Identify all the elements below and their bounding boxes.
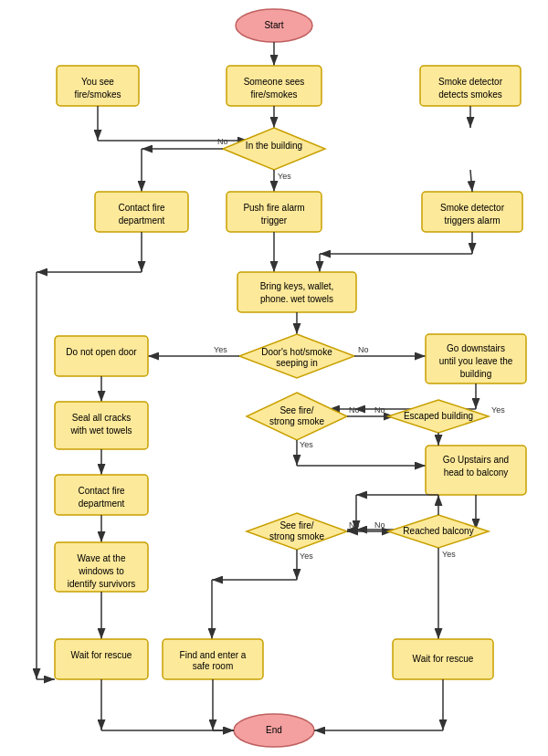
push-alarm-label: Push fire alarm: [243, 203, 304, 213]
contact-fire-dept2-label2: department: [79, 499, 125, 509]
smoke-triggers-label: Smoke detector: [440, 203, 505, 213]
smoke-triggers-label2: triggers alarm: [444, 215, 500, 226]
smoke-detector-label: Smoke detector: [438, 77, 503, 87]
you-see-label2: fire/smokes: [74, 89, 121, 100]
contact-fire-dept2-label: Contact fire: [78, 486, 125, 496]
no-label-left: No: [217, 137, 228, 146]
find-safe-room-label: Find and enter a: [180, 650, 247, 660]
yes-reached-label: Yes: [442, 550, 456, 559]
in-building-label: In the building: [246, 141, 302, 151]
yes-label-below: Yes: [278, 172, 291, 181]
someone-sees-label: Someone sees: [244, 77, 305, 87]
door-hot-label2: seeping in: [276, 358, 318, 368]
bring-keys-label: Bring keys, wallet,: [260, 281, 334, 291]
push-alarm-label2: trigger: [261, 215, 288, 226]
no-reached-label: No: [374, 520, 385, 530]
end-label: End: [266, 725, 282, 735]
go-downstairs-label3: building: [460, 369, 491, 379]
no-door-label: No: [358, 345, 369, 354]
bring-keys-node: [237, 272, 356, 312]
go-downstairs-label2: until you leave the: [439, 356, 513, 366]
find-safe-room-label2: safe room: [193, 661, 233, 671]
arrow-smokedet-triggers: [470, 170, 472, 192]
go-upstairs-label2: head to balcony: [444, 467, 509, 478]
escaped-label: Escaped building: [404, 411, 473, 421]
start-label: Start: [264, 20, 283, 30]
no-seefire2-label: No: [349, 520, 360, 530]
go-downstairs-label: Go downstairs: [447, 343, 505, 353]
go-upstairs-label: Go Upstairs and: [443, 455, 509, 465]
no-seefire1-label: No: [349, 405, 360, 415]
wave-windows-label: Wave at the: [78, 553, 126, 563]
wait-rescue1-label: Wait for rescue: [71, 650, 132, 660]
see-fire2-label2: strong smoke: [269, 531, 324, 541]
someone-sees-label2: fire/smokes: [250, 89, 297, 100]
do-not-open-label: Do not open door: [66, 347, 137, 357]
yes-escaped-label: Yes: [491, 405, 505, 415]
seal-cracks-label2: with wet towels: [69, 425, 132, 436]
smoke-detector-label2: detects smokes: [438, 89, 501, 100]
door-hot-label: Door's hot/smoke: [261, 347, 332, 357]
wave-windows-label2: windows to: [78, 566, 124, 576]
contact-fire-dept1-label2: department: [119, 215, 165, 226]
see-fire1-label: See fire/: [279, 405, 313, 415]
yes-seefire2-label: Yes: [300, 551, 313, 561]
no-escaped-label: No: [374, 405, 385, 415]
reached-balcony-label: Reached balcony: [403, 526, 473, 536]
wave-windows-label3: identify survivors: [68, 579, 135, 589]
yes-door-label: Yes: [214, 345, 227, 354]
wait-rescue2-label: Wait for rescue: [413, 654, 474, 664]
bring-keys-label2: phone. wet towels: [260, 294, 333, 304]
see-fire1-label2: strong smoke: [269, 416, 324, 426]
yes-seefire1-label: Yes: [300, 440, 313, 449]
seal-cracks-label: Seal all cracks: [72, 413, 131, 423]
contact-fire-dept1-label: Contact fire: [118, 203, 165, 213]
see-fire2-label: See fire/: [279, 520, 313, 530]
you-see-label: You see: [81, 77, 114, 87]
